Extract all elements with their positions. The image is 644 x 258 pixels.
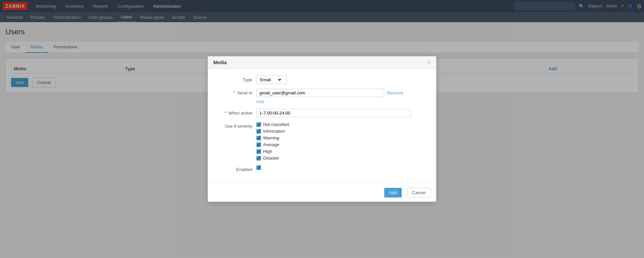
modal-body: Type Email SMS Jabber * Send to [208,69,436,98]
modal-header: Media × [208,56,436,69]
type-row: Type Email SMS Jabber [216,76,428,84]
modal-overlay: Media × Type Email SMS Jabber [0,0,644,98]
send-to-input-row: Remove [256,89,428,97]
remove-link[interactable]: Remove [387,90,403,95]
send-to-control: Remove Add [256,89,428,98]
modal-title: Media [213,60,227,65]
type-select[interactable]: Email SMS Jabber [259,77,282,83]
type-select-wrap[interactable]: Email SMS Jabber [256,76,287,84]
media-modal: Media × Type Email SMS Jabber [208,56,436,98]
modal-close-button[interactable]: × [428,60,431,65]
required-star: * [234,90,235,95]
type-control: Email SMS Jabber [256,76,428,84]
send-to-label: * Send to [216,89,256,95]
send-to-row: * Send to Remove Add [216,89,428,98]
send-to-input[interactable] [256,89,384,97]
type-label: Type [216,76,256,82]
